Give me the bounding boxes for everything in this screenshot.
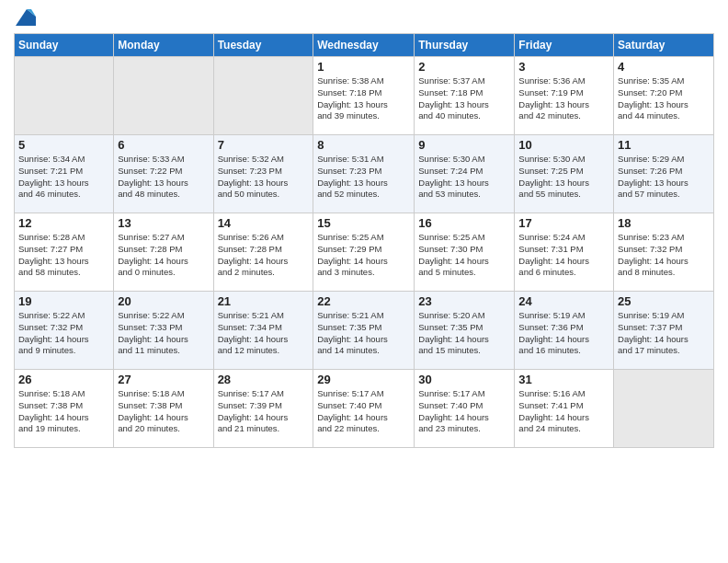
col-header-wednesday: Wednesday [313,34,415,57]
cell-info: Sunrise: 5:30 AM Sunset: 7:24 PM Dayligh… [418,154,510,201]
calendar-cell: 10Sunrise: 5:30 AM Sunset: 7:25 PM Dayli… [515,135,614,213]
calendar-cell: 6Sunrise: 5:33 AM Sunset: 7:22 PM Daylig… [114,135,213,213]
cell-info: Sunrise: 5:23 AM Sunset: 7:32 PM Dayligh… [618,232,710,279]
col-header-thursday: Thursday [415,34,515,57]
calendar-cell: 23Sunrise: 5:20 AM Sunset: 7:35 PM Dayli… [415,292,515,370]
calendar-cell [614,370,714,448]
day-number: 11 [618,138,710,152]
col-header-monday: Monday [114,34,213,57]
day-number: 18 [618,216,710,230]
cell-info: Sunrise: 5:17 AM Sunset: 7:40 PM Dayligh… [317,388,410,435]
calendar-cell: 15Sunrise: 5:25 AM Sunset: 7:29 PM Dayli… [313,213,415,292]
calendar-cell [15,57,114,135]
day-number: 3 [518,60,609,74]
cell-info: Sunrise: 5:31 AM Sunset: 7:23 PM Dayligh… [317,154,410,201]
logo [14,9,36,26]
col-header-friday: Friday [515,34,614,57]
calendar-week-row: 1Sunrise: 5:38 AM Sunset: 7:18 PM Daylig… [15,57,714,135]
calendar-cell: 27Sunrise: 5:18 AM Sunset: 7:38 PM Dayli… [114,370,213,448]
day-number: 1 [317,60,410,74]
calendar-cell [114,57,213,135]
cell-info: Sunrise: 5:29 AM Sunset: 7:26 PM Dayligh… [618,154,710,201]
day-number: 30 [418,373,510,386]
logo-icon [16,9,36,26]
calendar-week-row: 26Sunrise: 5:18 AM Sunset: 7:38 PM Dayli… [15,370,714,448]
cell-info: Sunrise: 5:36 AM Sunset: 7:19 PM Dayligh… [518,75,609,122]
day-number: 26 [18,373,109,386]
day-number: 28 [218,373,310,386]
calendar-cell: 24Sunrise: 5:19 AM Sunset: 7:36 PM Dayli… [515,292,614,370]
cell-info: Sunrise: 5:32 AM Sunset: 7:23 PM Dayligh… [218,154,310,201]
day-number: 15 [317,216,410,230]
calendar-cell [213,57,313,135]
calendar-table: SundayMondayTuesdayWednesdayThursdayFrid… [14,33,714,448]
day-number: 21 [218,294,310,308]
cell-info: Sunrise: 5:18 AM Sunset: 7:38 PM Dayligh… [118,388,209,435]
cell-info: Sunrise: 5:21 AM Sunset: 7:35 PM Dayligh… [317,310,410,357]
cell-info: Sunrise: 5:30 AM Sunset: 7:25 PM Dayligh… [518,154,609,201]
cell-info: Sunrise: 5:19 AM Sunset: 7:36 PM Dayligh… [518,310,609,357]
day-number: 2 [418,60,510,74]
cell-info: Sunrise: 5:34 AM Sunset: 7:21 PM Dayligh… [18,154,109,201]
cell-info: Sunrise: 5:16 AM Sunset: 7:41 PM Dayligh… [518,388,609,435]
day-number: 31 [518,373,609,386]
calendar-cell: 26Sunrise: 5:18 AM Sunset: 7:38 PM Dayli… [15,370,114,448]
day-number: 19 [18,294,109,308]
day-number: 25 [618,294,710,308]
day-number: 16 [418,216,510,230]
calendar-cell: 18Sunrise: 5:23 AM Sunset: 7:32 PM Dayli… [614,213,714,292]
day-number: 9 [418,138,510,152]
calendar-header-row: SundayMondayTuesdayWednesdayThursdayFrid… [15,34,714,57]
calendar-cell: 12Sunrise: 5:28 AM Sunset: 7:27 PM Dayli… [15,213,114,292]
col-header-tuesday: Tuesday [213,34,313,57]
calendar-week-row: 19Sunrise: 5:22 AM Sunset: 7:32 PM Dayli… [15,292,714,370]
calendar-cell: 14Sunrise: 5:26 AM Sunset: 7:28 PM Dayli… [213,213,313,292]
page-header [14,9,714,26]
calendar-cell: 13Sunrise: 5:27 AM Sunset: 7:28 PM Dayli… [114,213,213,292]
cell-info: Sunrise: 5:18 AM Sunset: 7:38 PM Dayligh… [18,388,109,435]
cell-info: Sunrise: 5:20 AM Sunset: 7:35 PM Dayligh… [418,310,510,357]
calendar-cell: 31Sunrise: 5:16 AM Sunset: 7:41 PM Dayli… [515,370,614,448]
calendar-cell: 29Sunrise: 5:17 AM Sunset: 7:40 PM Dayli… [313,370,415,448]
calendar-cell: 1Sunrise: 5:38 AM Sunset: 7:18 PM Daylig… [313,57,415,135]
day-number: 10 [518,138,609,152]
calendar-cell: 30Sunrise: 5:17 AM Sunset: 7:40 PM Dayli… [415,370,515,448]
calendar-cell: 7Sunrise: 5:32 AM Sunset: 7:23 PM Daylig… [213,135,313,213]
calendar-cell: 3Sunrise: 5:36 AM Sunset: 7:19 PM Daylig… [515,57,614,135]
cell-info: Sunrise: 5:25 AM Sunset: 7:29 PM Dayligh… [317,232,410,279]
day-number: 14 [218,216,310,230]
day-number: 8 [317,138,410,152]
calendar-cell: 16Sunrise: 5:25 AM Sunset: 7:30 PM Dayli… [415,213,515,292]
calendar-cell: 2Sunrise: 5:37 AM Sunset: 7:18 PM Daylig… [415,57,515,135]
cell-info: Sunrise: 5:35 AM Sunset: 7:20 PM Dayligh… [618,75,710,122]
day-number: 5 [18,138,109,152]
calendar-cell: 9Sunrise: 5:30 AM Sunset: 7:24 PM Daylig… [415,135,515,213]
calendar-cell: 20Sunrise: 5:22 AM Sunset: 7:33 PM Dayli… [114,292,213,370]
cell-info: Sunrise: 5:19 AM Sunset: 7:37 PM Dayligh… [618,310,710,357]
cell-info: Sunrise: 5:27 AM Sunset: 7:28 PM Dayligh… [118,232,209,279]
calendar-cell: 21Sunrise: 5:21 AM Sunset: 7:34 PM Dayli… [213,292,313,370]
day-number: 24 [518,294,609,308]
col-header-saturday: Saturday [614,34,714,57]
calendar-cell: 22Sunrise: 5:21 AM Sunset: 7:35 PM Dayli… [313,292,415,370]
day-number: 6 [118,138,209,152]
day-number: 20 [118,294,209,308]
calendar-cell: 17Sunrise: 5:24 AM Sunset: 7:31 PM Dayli… [515,213,614,292]
day-number: 12 [18,216,109,230]
cell-info: Sunrise: 5:28 AM Sunset: 7:27 PM Dayligh… [18,232,109,279]
day-number: 29 [317,373,410,386]
calendar-cell: 25Sunrise: 5:19 AM Sunset: 7:37 PM Dayli… [614,292,714,370]
calendar-cell: 19Sunrise: 5:22 AM Sunset: 7:32 PM Dayli… [15,292,114,370]
cell-info: Sunrise: 5:24 AM Sunset: 7:31 PM Dayligh… [518,232,609,279]
cell-info: Sunrise: 5:17 AM Sunset: 7:39 PM Dayligh… [218,388,310,435]
calendar-cell: 5Sunrise: 5:34 AM Sunset: 7:21 PM Daylig… [15,135,114,213]
day-number: 22 [317,294,410,308]
cell-info: Sunrise: 5:17 AM Sunset: 7:40 PM Dayligh… [418,388,510,435]
day-number: 4 [618,60,710,74]
cell-info: Sunrise: 5:26 AM Sunset: 7:28 PM Dayligh… [218,232,310,279]
day-number: 7 [218,138,310,152]
day-number: 27 [118,373,209,386]
cell-info: Sunrise: 5:37 AM Sunset: 7:18 PM Dayligh… [418,75,510,122]
calendar-week-row: 5Sunrise: 5:34 AM Sunset: 7:21 PM Daylig… [15,135,714,213]
day-number: 17 [518,216,609,230]
